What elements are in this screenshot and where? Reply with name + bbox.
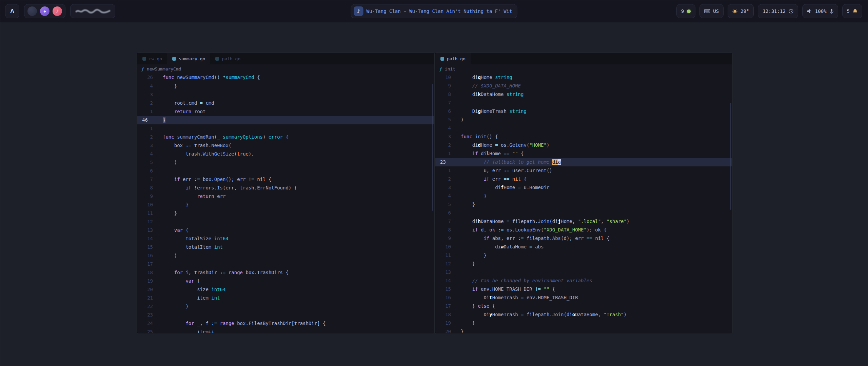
audio-widget[interactable]: 100% bbox=[802, 4, 838, 18]
redacted-window-title[interactable] bbox=[70, 4, 115, 18]
code-line[interactable]: 14 totalSize int64 bbox=[137, 235, 434, 243]
code-line[interactable]: 19 } bbox=[435, 319, 732, 327]
code-line[interactable]: 5 } bbox=[435, 200, 732, 209]
media-player-widget[interactable]: ♪ Wu-Tang Clan - Wu-Tang Clan Ain't Nuth… bbox=[351, 4, 517, 18]
notifications-widget[interactable]: 5 bbox=[842, 4, 862, 18]
code-line[interactable]: 7 if err := box.Open(); err != nil { bbox=[137, 175, 434, 184]
code-line[interactable]: 3 bbox=[137, 90, 434, 99]
code-line[interactable]: 10 diqHome string bbox=[435, 73, 732, 82]
code-line[interactable]: 2 if err == nil { bbox=[435, 175, 732, 183]
keyboard-layout-widget[interactable]: US bbox=[699, 4, 724, 18]
code-line[interactable]: 15 if env.HOME_TRASH_DIR != "" { bbox=[435, 285, 732, 293]
code-line[interactable]: 24 for _, f := range box.FilesByTrashDir… bbox=[137, 319, 434, 328]
code-line[interactable]: 12 } bbox=[435, 260, 732, 268]
code-line[interactable]: 8 dikDataHome string bbox=[435, 90, 732, 99]
code-line[interactable]: 21 item int bbox=[137, 294, 434, 302]
code-line[interactable]: 26func newSummaryCmd() *summaryCmd { bbox=[137, 73, 434, 82]
code-line[interactable]: 13 var ( bbox=[137, 226, 434, 235]
code-line[interactable]: 20 size int64 bbox=[137, 285, 434, 294]
code-line[interactable]: 2 didHome = os.Getenv("HOME") bbox=[435, 141, 732, 149]
code-line[interactable]: 19 var ( bbox=[137, 277, 434, 285]
line-number: 3 bbox=[137, 90, 158, 99]
code-line[interactable]: 1 u, err := user.Current() bbox=[435, 166, 732, 175]
code-line[interactable]: 12 bbox=[137, 218, 434, 226]
code-line[interactable]: 1 return root bbox=[137, 107, 434, 116]
code-line[interactable]: 3 difHome = u.HomeDir bbox=[435, 183, 732, 192]
code-token: ( bbox=[183, 227, 189, 233]
code-token: item bbox=[163, 295, 211, 301]
code-line[interactable]: 4 } bbox=[435, 192, 732, 200]
code-line[interactable]: 1 if dilHome == "" { bbox=[435, 149, 732, 158]
scrollbar-right[interactable] bbox=[730, 103, 731, 210]
code-line[interactable]: 5 ) bbox=[137, 158, 434, 167]
code-line[interactable]: 9 // $XDG_DATA_HOME bbox=[435, 82, 732, 90]
code-line[interactable]: 4 } bbox=[137, 82, 434, 90]
code-line[interactable]: 7 bbox=[435, 99, 732, 107]
weather-widget[interactable]: 29° bbox=[728, 4, 754, 18]
neovim-window-left[interactable]: rw.gosummary.gopath.go ƒ newSummaryCmd 2… bbox=[137, 53, 434, 333]
code-text: func init() { bbox=[456, 133, 498, 141]
code-token bbox=[472, 134, 475, 139]
code-line[interactable]: 17 bbox=[137, 260, 434, 268]
buffer-tab-path.go[interactable]: path.go bbox=[435, 53, 471, 64]
scrollbar-left[interactable] bbox=[432, 84, 433, 211]
code-token: Home bbox=[481, 75, 495, 80]
code-line[interactable]: 8 if !errors.Is(err, trash.ErrNotFound) … bbox=[137, 184, 434, 192]
code-line[interactable]: 6 bbox=[137, 167, 434, 175]
clock-widget[interactable]: 12:31:12 bbox=[758, 4, 798, 18]
app-icon-dark[interactable] bbox=[27, 6, 37, 16]
code-line[interactable]: 10 diwDataHome = abs bbox=[435, 243, 732, 251]
buffer-tab-path.go[interactable]: path.go bbox=[210, 53, 245, 64]
launcher-button[interactable]: Λ bbox=[5, 4, 19, 18]
code-line[interactable]: 23 // fallback to get home dia bbox=[435, 158, 732, 166]
code-line[interactable]: 10 } bbox=[137, 201, 434, 209]
code-line[interactable]: 25 item++ bbox=[137, 328, 434, 333]
buffer-tab-rw.go[interactable]: rw.go bbox=[137, 53, 167, 64]
code-line[interactable]: 14 // Can be changed by environment vari… bbox=[435, 277, 732, 285]
code-token: os. bbox=[498, 142, 510, 148]
code-line[interactable]: 4 bbox=[435, 124, 732, 133]
code-line[interactable]: 7 dihDataHome = filepath.Join(dijHome, "… bbox=[435, 217, 732, 226]
code-line[interactable]: 3 box := trash.NewBox( bbox=[137, 141, 434, 150]
app-icon-purple[interactable]: ◆ bbox=[40, 6, 50, 16]
code-text bbox=[158, 260, 163, 268]
code-token: ) bbox=[263, 134, 269, 140]
code-text: trash.WithGetSize(true), bbox=[158, 150, 254, 158]
code-text: if abs, err := filepath.Abs(d); err == n… bbox=[456, 234, 609, 243]
neovim-window-right[interactable]: path.go ƒ init 10 diqHome string9 // $XD… bbox=[435, 53, 732, 333]
code-text: } bbox=[158, 82, 177, 90]
code-line[interactable]: 1 bbox=[137, 124, 434, 133]
code-line[interactable]: 15 totalItem int bbox=[137, 243, 434, 251]
buffer-tab-summary.go[interactable]: summary.go bbox=[167, 53, 210, 64]
code-line[interactable]: 46} bbox=[137, 116, 434, 124]
code-line[interactable]: 9 if abs, err := filepath.Abs(d); err ==… bbox=[435, 234, 732, 243]
code-line[interactable]: 8 if d, ok := os.LookupEnv("XDG_DATA_HOM… bbox=[435, 226, 732, 234]
code-line[interactable]: 6 bbox=[435, 209, 732, 217]
code-line[interactable]: 4 trash.WithGetSize(true), bbox=[137, 150, 434, 158]
code-text: totalItem int bbox=[158, 243, 223, 251]
code-line[interactable]: 9 return err bbox=[137, 192, 434, 201]
code-line[interactable]: 11 } bbox=[435, 251, 732, 260]
code-line[interactable]: 2func summaryCmdRun(_ summaryOptions) er… bbox=[137, 133, 434, 141]
code-line[interactable]: 18 for i, trashDir := range box.TrashDir… bbox=[137, 268, 434, 277]
code-line[interactable]: 20} bbox=[435, 327, 732, 333]
app-icon-pink[interactable]: ♪ bbox=[53, 6, 62, 16]
code-line[interactable]: 23 bbox=[137, 311, 434, 319]
code-line[interactable]: 18 DiyHomeTrash = filepath.Join(dioDataH… bbox=[435, 310, 732, 319]
code-line[interactable]: 11 } bbox=[137, 209, 434, 218]
code-line[interactable]: 17 } else { bbox=[435, 302, 732, 310]
code-line[interactable]: 5) bbox=[435, 116, 732, 124]
code-token: err bbox=[489, 176, 504, 182]
code-line[interactable]: 2 root.cmd = cmd bbox=[137, 99, 434, 107]
code-token: () { bbox=[487, 134, 498, 139]
code-line[interactable]: 13 bbox=[435, 268, 732, 277]
updates-widget[interactable]: 9 bbox=[676, 4, 695, 18]
code-line[interactable]: 16 ) bbox=[137, 251, 434, 260]
code-text: box := trash.NewBox( bbox=[158, 141, 231, 150]
code-line[interactable]: 6 DigHomeTrash string bbox=[435, 107, 732, 116]
keyboard-layout: US bbox=[713, 8, 719, 14]
code-line[interactable]: 16 DitHomeTrash = env.HOME_TRASH_DIR bbox=[435, 293, 732, 302]
code-token: := bbox=[504, 168, 509, 173]
code-line[interactable]: 3func init() { bbox=[435, 133, 732, 141]
code-line[interactable]: 22 ) bbox=[137, 302, 434, 311]
